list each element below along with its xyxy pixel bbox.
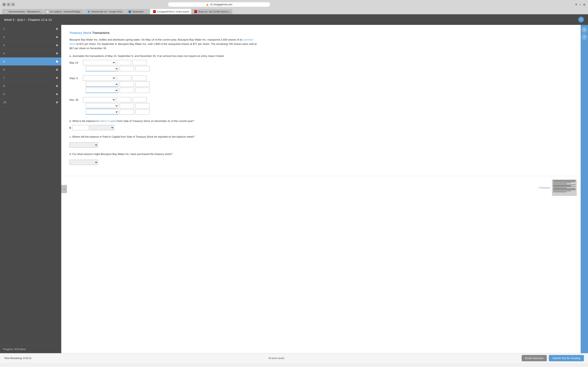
question-item-5[interactable]: 5. bbox=[0, 58, 61, 66]
question-dot-7 bbox=[56, 77, 58, 79]
question-item-3[interactable]: 3. bbox=[0, 41, 61, 49]
question-item-8[interactable]: 8. bbox=[0, 82, 61, 90]
nov30-debit-3[interactable] bbox=[120, 109, 134, 115]
question-dot-4 bbox=[56, 52, 58, 54]
question-item-2[interactable]: 2. bbox=[0, 33, 61, 41]
lock-icon: 🔒 bbox=[206, 3, 209, 6]
part-a: a. Journalize the transactions of May 14… bbox=[69, 54, 257, 115]
question-dot-3 bbox=[56, 44, 58, 46]
part-b-row: $ bbox=[69, 125, 257, 130]
sept6-credit-3[interactable] bbox=[135, 88, 149, 93]
grid-icon[interactable]: ⊞ bbox=[583, 3, 586, 6]
quiz-header-right: ? bbox=[578, 17, 584, 22]
tab-texas[interactable]: C Texas Inc. has 10,000 shares o... bbox=[191, 9, 232, 14]
sept6-account-1[interactable] bbox=[83, 75, 116, 81]
nov30-credit-3[interactable] bbox=[135, 109, 149, 115]
nov30-account-2[interactable] bbox=[86, 103, 118, 108]
sept6-debit-3[interactable] bbox=[120, 88, 134, 93]
tab-cengage[interactable]: C CengageNOWv2 | Online teachi... bbox=[150, 9, 191, 14]
status-actions: Email Instructor Submit Test for Grading bbox=[522, 355, 584, 361]
paid-in-capital-link[interactable]: Paid-In Capital bbox=[99, 119, 117, 123]
may14-debit-2[interactable] bbox=[120, 66, 134, 71]
section-title-highlight: Treasury Stock bbox=[69, 31, 91, 34]
question-description: Biscayne Bay Water Inc. bottles and dist… bbox=[69, 38, 257, 50]
thumb-line-5 bbox=[553, 184, 576, 185]
share-icon[interactable]: ⬆ bbox=[575, 3, 577, 6]
tab-favicon-gmail: ✉️ bbox=[46, 10, 49, 13]
status-bar: Time Remaining: 0:33:13 All work saved. … bbox=[0, 353, 588, 363]
question-item-1[interactable]: 1. bbox=[0, 25, 61, 33]
nov30-credit-1[interactable] bbox=[132, 97, 147, 102]
sidebar-toggle-btn[interactable]: ⊞ bbox=[2, 3, 6, 6]
sept6-label: Sept. 6 bbox=[69, 77, 82, 80]
part-c-answer-select[interactable] bbox=[69, 142, 98, 148]
question-dot-8 bbox=[56, 85, 58, 87]
tab-favicon-cengage: C bbox=[153, 10, 156, 13]
sept6-debit-2[interactable] bbox=[120, 82, 134, 87]
email-instructor-btn[interactable]: Email Instructor bbox=[522, 355, 546, 361]
part-a-label: a. Journalize the transactions of May 14… bbox=[69, 54, 257, 58]
help-button[interactable]: ? bbox=[578, 17, 584, 22]
question-dot-1 bbox=[56, 28, 58, 30]
part-d-label: d. For what reasons might Biscayne Bay W… bbox=[69, 152, 257, 156]
sidebar-footer: Progress: 5/10 items bbox=[0, 345, 61, 353]
nov30-debit-2[interactable] bbox=[120, 103, 134, 108]
balance-type-select[interactable] bbox=[90, 125, 114, 130]
tab-gmail[interactable]: ✉️ (no subject) - naimam4343@g... bbox=[43, 9, 84, 14]
section-title: Treasury Stock Transactions bbox=[69, 31, 257, 34]
nov30-credit-2[interactable] bbox=[135, 103, 149, 108]
previous-btn[interactable]: ‹ Previous bbox=[538, 186, 550, 189]
tab-favicon-announcements: 📋 bbox=[5, 10, 7, 13]
tab-dashboard[interactable]: 🟦 Dashboard bbox=[125, 9, 150, 14]
thumbnail-preview bbox=[552, 179, 577, 196]
part-c: c. Where will the balance in Paid-In Cap… bbox=[69, 135, 257, 148]
may14-credit-1[interactable] bbox=[132, 60, 147, 65]
thumb-line-1 bbox=[553, 180, 576, 181]
question-item-7[interactable]: 7. bbox=[0, 74, 61, 82]
nov30-account-1[interactable] bbox=[83, 97, 116, 102]
nov30-account-3[interactable] bbox=[86, 109, 118, 115]
tab-drive[interactable]: 🔷 Shared with me - Google Drive bbox=[85, 9, 125, 14]
sept6-credit-1[interactable] bbox=[132, 75, 147, 81]
chevron-left-icon: ‹ bbox=[63, 187, 65, 191]
content-area: Treasury Stock Transactions Biscayne Bay… bbox=[61, 25, 581, 353]
sept6-debit-1[interactable] bbox=[117, 75, 131, 81]
right-icon-1[interactable]: ⊙ bbox=[581, 27, 587, 33]
question-item-9[interactable]: 9. bbox=[0, 90, 61, 98]
may14-debit-1[interactable] bbox=[117, 60, 131, 65]
balance-amount-input[interactable] bbox=[72, 125, 88, 130]
thumb-line-6 bbox=[553, 185, 571, 186]
question-item-4[interactable]: 4. bbox=[0, 49, 61, 58]
nov30-debit-1[interactable] bbox=[117, 97, 131, 102]
thumb-line-4 bbox=[553, 184, 567, 184]
part-d-answer-select[interactable] bbox=[69, 160, 98, 165]
right-icon-2[interactable]: ? bbox=[581, 34, 587, 40]
tab-favicon-dashboard: 🟦 bbox=[128, 10, 131, 13]
browser-controls: ⊞ ‹ › bbox=[2, 3, 15, 6]
question-item-10[interactable]: 10. bbox=[0, 98, 61, 106]
question-dot-9 bbox=[56, 93, 58, 95]
may14-label: May 14 bbox=[69, 61, 82, 64]
may14-account-1[interactable] bbox=[83, 60, 116, 65]
may14-credit-2[interactable] bbox=[135, 66, 149, 71]
nov30-label: Nov. 30 bbox=[69, 98, 82, 101]
sept6-account-3[interactable] bbox=[86, 88, 118, 93]
sept6-account-2[interactable] bbox=[86, 82, 118, 87]
question-dot-5 bbox=[56, 60, 58, 63]
may14-account-2[interactable] bbox=[86, 66, 118, 71]
sept6-credit-2[interactable] bbox=[135, 82, 149, 87]
dollar-sign: $ bbox=[69, 126, 71, 129]
forward-btn[interactable]: › bbox=[11, 3, 15, 6]
nov30-row-3 bbox=[86, 109, 257, 115]
sidebar-collapse-btn[interactable]: ‹ bbox=[61, 185, 67, 193]
nov30-section: Nov. 30 bbox=[69, 97, 257, 115]
submit-test-btn[interactable]: Submit Test for Grading bbox=[549, 355, 584, 361]
back-btn[interactable]: ‹ bbox=[7, 3, 10, 6]
new-tab-icon[interactable]: + bbox=[579, 3, 581, 6]
tab-favicon-texas: C bbox=[194, 10, 197, 13]
question-item-6[interactable]: 6. bbox=[0, 66, 61, 74]
tab-announcements[interactable]: 📋 Announcements – Blackboard L... bbox=[2, 9, 43, 14]
common-stock-link[interactable]: common stock bbox=[69, 38, 253, 45]
thumbnail-lines bbox=[552, 180, 576, 193]
address-bar[interactable]: 🔒 v2.cengagenow.com bbox=[168, 2, 270, 7]
